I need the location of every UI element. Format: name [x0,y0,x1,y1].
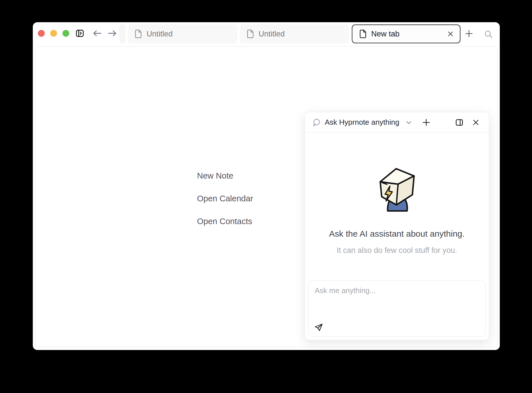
sidebar-toggle-icon [75,29,84,38]
search-button[interactable] [483,29,494,39]
chat-input[interactable] [308,281,485,320]
new-chat-button[interactable] [421,117,432,128]
tab-bar: Untitled Untitled New tab [33,22,500,46]
dock-panel-button[interactable] [454,117,465,128]
file-icon [359,29,367,38]
open-contacts-link[interactable]: Open Contacts [197,217,252,226]
tab-label: Untitled [259,30,285,38]
new-note-link[interactable]: New Note [197,171,233,181]
close-tab-button[interactable] [446,29,455,39]
tab-strip-edge [119,24,125,43]
plus-icon [465,29,473,38]
back-button[interactable] [92,28,102,38]
panel-right-icon [455,118,464,127]
assistant-session-dropdown[interactable]: Ask Hyprnote anything [312,118,413,127]
close-panel-button[interactable] [470,117,482,128]
close-icon [472,118,480,126]
traffic-close-button[interactable] [38,30,45,37]
tab-label: Untitled [147,30,173,38]
sidebar-toggle-button[interactable] [75,28,85,38]
hyprnote-mascot-illustration [373,163,421,214]
chat-bubble-icon [312,118,321,127]
assistant-subheading: It can also do few cool stuff for you. [305,246,489,255]
forward-button[interactable] [107,28,117,38]
tab-untitled-2[interactable]: Untitled [240,24,349,43]
file-icon [134,29,143,38]
plus-icon [422,118,431,127]
traffic-zoom-button[interactable] [62,30,69,37]
back-arrow-icon [92,29,102,38]
chat-input-container [308,280,486,337]
ai-assistant-panel: Ask Hyprnote anything [304,112,489,340]
send-button[interactable] [313,322,324,333]
new-tab-button[interactable] [464,29,474,38]
file-icon [246,29,255,38]
assistant-panel-title: Ask Hyprnote anything [325,118,399,127]
tab-label: New tab [371,30,399,38]
send-icon [314,322,324,332]
forward-arrow-icon [107,29,117,38]
traffic-minimize-button[interactable] [50,30,57,37]
open-calendar-link[interactable]: Open Calendar [197,194,253,203]
tab-new-tab[interactable]: New tab [352,24,460,43]
chevron-down-icon [405,119,413,126]
search-icon [484,30,493,39]
assistant-heading: Ask the AI assistant about anything. [305,229,489,239]
assistant-panel-header: Ask Hyprnote anything [305,112,489,133]
tab-untitled-1[interactable]: Untitled [128,24,237,43]
close-icon [447,30,454,38]
